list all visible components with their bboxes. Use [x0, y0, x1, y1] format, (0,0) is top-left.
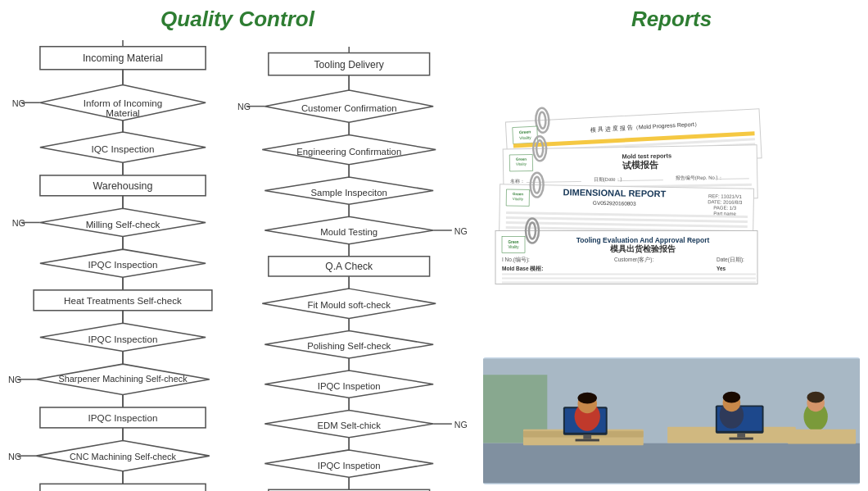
- svg-text:名称：: 名称：: [510, 179, 525, 184]
- svg-text:Warehousing: Warehousing: [93, 180, 153, 192]
- svg-text:PAGE: 1/3: PAGE: 1/3: [713, 205, 737, 210]
- svg-rect-197: [737, 434, 745, 438]
- svg-text:NG: NG: [12, 218, 25, 228]
- svg-text:GV052920160803: GV052920160803: [593, 200, 636, 207]
- svg-text:报告编号(Rep. No.)：: 报告编号(Rep. No.)：: [675, 174, 723, 180]
- svg-text:IPQC Inspection: IPQC Inspection: [88, 334, 158, 344]
- svg-text:DIMENSIONAL REPORT: DIMENSIONAL REPORT: [563, 187, 667, 198]
- svg-text:NG: NG: [8, 452, 21, 461]
- svg-point-201: [577, 393, 596, 404]
- svg-text:Tooling Delivery: Tooling Delivery: [314, 59, 385, 70]
- svg-text:NG: NG: [237, 102, 251, 111]
- svg-text:试模报告: 试模报告: [622, 160, 658, 170]
- svg-rect-183: [502, 282, 756, 284]
- reports-photo: [483, 357, 860, 484]
- svg-text:EDM Selt-chick: EDM Selt-chick: [317, 421, 381, 430]
- svg-text:IPQC Inspection: IPQC Inspection: [88, 412, 158, 423]
- svg-text:Date(日期):: Date(日期):: [717, 257, 744, 263]
- svg-text:CNC Machining Self-check: CNC Machining Self-check: [70, 452, 177, 461]
- svg-text:NG: NG: [454, 226, 467, 236]
- svg-text:Material: Material: [106, 107, 139, 118]
- svg-text:NG: NG: [12, 98, 25, 108]
- svg-text:Tooling Evaluation And Approva: Tooling Evaluation And Approval Report: [576, 236, 710, 244]
- svg-text:Yes: Yes: [717, 266, 726, 271]
- svg-text:日期(Date：): 日期(Date：): [594, 177, 622, 183]
- svg-text:IQC Inspection: IQC Inspection: [91, 143, 154, 154]
- flowchart-2: Tooling Delivery Customer Confirmation N…: [237, 40, 467, 491]
- svg-rect-193: [583, 435, 591, 439]
- svg-text:Sample Inspeciton: Sample Inspeciton: [311, 188, 387, 198]
- svg-text:Green: Green: [519, 129, 531, 134]
- svg-text:NG: NG: [454, 420, 467, 430]
- svg-rect-198: [729, 438, 753, 440]
- svg-text:Milling Self-check: Milling Self-check: [86, 219, 160, 230]
- svg-text:Customer(客户):: Customer(客户):: [614, 257, 654, 263]
- svg-text:Mold Base 模框:: Mold Base 模框:: [502, 266, 543, 271]
- svg-point-204: [723, 392, 741, 403]
- svg-text:Polishing Self-check: Polishing Self-check: [307, 341, 391, 351]
- svg-rect-208: [788, 430, 856, 444]
- svg-rect-194: [576, 439, 599, 442]
- reports-section: Reports Green Vitality 模 具 进 度 报 告（Mold …: [475, 0, 868, 491]
- reports-visualization: Green Vitality 模 具 进 度 报 告（Mold Progress…: [483, 40, 860, 351]
- reports-title: Reports: [483, 7, 860, 32]
- svg-text:IPQC Inspetion: IPQC Inspetion: [318, 381, 381, 391]
- svg-text:Sharpener Machining Self-check: Sharpener Machining Self-check: [58, 374, 188, 384]
- svg-text:NG: NG: [8, 375, 21, 384]
- svg-text:Inform of Incoming: Inform of Incoming: [84, 98, 163, 108]
- svg-text:Incoming Material: Incoming Material: [83, 52, 163, 64]
- svg-text:Customer Confirmation: Customer Confirmation: [301, 103, 397, 113]
- svg-text:DATE: 2016/8/3: DATE: 2016/8/3: [708, 199, 743, 205]
- svg-text:Green: Green: [508, 240, 518, 244]
- reports-stack: Green Vitality 模 具 进 度 报 告（Mold Progress…: [483, 40, 860, 351]
- flowchart-1: Incoming Material Inform of Incoming Mat…: [8, 40, 237, 491]
- quality-control-section: Quality Control Incoming Material Inform…: [0, 0, 475, 491]
- svg-point-207: [807, 392, 825, 403]
- svg-text:Heat Treatments Self-check: Heat Treatments Self-check: [64, 295, 182, 306]
- svg-text:Green: Green: [513, 192, 523, 196]
- svg-text:Vitality: Vitality: [513, 197, 524, 201]
- svg-text:IPQC Inspection: IPQC Inspection: [88, 259, 158, 270]
- svg-text:Fit Mould soft-check: Fit Mould soft-check: [307, 300, 391, 310]
- svg-text:模具出货检验报告: 模具出货检验报告: [609, 244, 676, 253]
- svg-text:IPQC Inspetion: IPQC Inspetion: [318, 461, 381, 471]
- svg-text:I No.(编号):: I No.(编号):: [502, 257, 530, 263]
- svg-rect-182: [502, 278, 756, 280]
- svg-rect-181: [502, 274, 756, 275]
- svg-text:Mould Testing: Mould Testing: [320, 227, 377, 237]
- quality-control-title: Quality Control: [8, 7, 467, 32]
- svg-text:Green: Green: [516, 157, 527, 161]
- svg-text:Vitality: Vitality: [508, 245, 519, 249]
- svg-text:REF: 11021/V1: REF: 11021/V1: [708, 193, 743, 199]
- svg-text:Vitality: Vitality: [519, 134, 531, 140]
- svg-rect-185: [483, 443, 860, 483]
- svg-text:Q.A Check: Q.A Check: [325, 261, 373, 272]
- svg-text:Engineering Confirmation: Engineering Confirmation: [296, 147, 401, 157]
- svg-text:Vitality: Vitality: [516, 162, 527, 166]
